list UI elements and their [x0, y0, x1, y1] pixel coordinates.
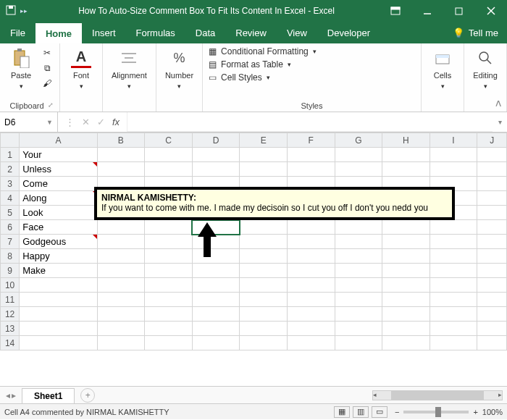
cell[interactable]: [430, 336, 477, 350]
cell[interactable]: [240, 249, 288, 264]
cell[interactable]: [477, 191, 507, 206]
editing-button[interactable]: Editing ▾: [470, 46, 500, 91]
expand-formula-icon[interactable]: ▾: [493, 112, 507, 132]
cell[interactable]: [335, 220, 382, 235]
cell[interactable]: [192, 322, 240, 336]
cell[interactable]: [382, 293, 430, 307]
select-all-corner[interactable]: [1, 133, 20, 148]
cell[interactable]: [287, 322, 335, 336]
cell[interactable]: [145, 264, 193, 278]
column-header[interactable]: D: [192, 133, 240, 148]
conditional-formatting-button[interactable]: ▦Conditional Formatting ▾: [209, 46, 317, 56]
cell[interactable]: [335, 336, 382, 350]
cell[interactable]: [20, 293, 97, 307]
cell[interactable]: [335, 322, 382, 336]
fx-icon[interactable]: fx: [112, 117, 120, 127]
cell[interactable]: [477, 235, 507, 249]
cell[interactable]: [287, 148, 335, 162]
cell[interactable]: [477, 162, 507, 177]
ribbon-display-icon[interactable]: [380, 0, 411, 22]
alignment-button[interactable]: Alignment ▾: [109, 46, 150, 91]
sheet-nav-next-icon[interactable]: ▸: [12, 390, 16, 400]
cell[interactable]: [97, 264, 145, 278]
cell[interactable]: [430, 278, 477, 293]
row-header[interactable]: 3: [1, 177, 20, 191]
cell[interactable]: [145, 336, 193, 350]
name-box[interactable]: D6 ▼: [0, 112, 58, 132]
tab-insert[interactable]: Insert: [82, 22, 126, 43]
cell-styles-button[interactable]: ▭Cell Styles ▾: [209, 72, 270, 83]
cancel-icon[interactable]: ✕: [82, 117, 90, 127]
column-header[interactable]: A: [20, 133, 97, 148]
cell[interactable]: [97, 307, 145, 322]
collapse-ribbon-icon[interactable]: ʌ: [495, 97, 501, 109]
column-header[interactable]: F: [287, 133, 335, 148]
cell[interactable]: [335, 162, 382, 177]
row-header[interactable]: 9: [1, 264, 20, 278]
cell[interactable]: Happy: [20, 249, 97, 264]
cell[interactable]: [335, 278, 382, 293]
cell[interactable]: [382, 162, 430, 177]
cell[interactable]: [97, 148, 145, 162]
cell[interactable]: [20, 336, 97, 350]
cell[interactable]: [240, 278, 288, 293]
row-header[interactable]: 4: [1, 191, 20, 206]
cell[interactable]: [382, 249, 430, 264]
cell[interactable]: [335, 293, 382, 307]
formula-input[interactable]: [127, 112, 493, 132]
cell[interactable]: [145, 220, 193, 235]
cell[interactable]: [382, 235, 430, 249]
cell[interactable]: [430, 264, 477, 278]
cell[interactable]: [287, 249, 335, 264]
row-header[interactable]: 7: [1, 235, 20, 249]
cell[interactable]: [335, 148, 382, 162]
cell[interactable]: [240, 293, 288, 307]
copy-icon[interactable]: ⧉: [41, 62, 54, 75]
dialog-launcher-icon[interactable]: ⤢: [48, 101, 54, 109]
cell[interactable]: [430, 322, 477, 336]
format-as-table-button[interactable]: ▤Format as Table ▾: [209, 59, 291, 70]
cell[interactable]: Look: [20, 206, 97, 220]
cell[interactable]: [477, 307, 507, 322]
cell[interactable]: [192, 336, 240, 350]
cell[interactable]: [477, 322, 507, 336]
enter-icon[interactable]: ✓: [97, 117, 105, 127]
cell[interactable]: [192, 148, 240, 162]
cell[interactable]: [430, 148, 477, 162]
worksheet-grid[interactable]: ABCDEFGHIJ1Your2Unless3Come4Along5Look6F…: [0, 133, 507, 386]
cell[interactable]: [287, 162, 335, 177]
cell[interactable]: [335, 307, 382, 322]
cell[interactable]: [192, 264, 240, 278]
cell[interactable]: [287, 293, 335, 307]
cell[interactable]: [335, 264, 382, 278]
minimize-button[interactable]: [411, 0, 443, 22]
zoom-in-button[interactable]: +: [473, 408, 477, 416]
cell[interactable]: [430, 162, 477, 177]
cell[interactable]: [477, 278, 507, 293]
cell[interactable]: [20, 307, 97, 322]
cell[interactable]: Godgeous: [20, 235, 97, 249]
cell[interactable]: [192, 278, 240, 293]
row-header[interactable]: 10: [1, 278, 20, 293]
cell[interactable]: [287, 278, 335, 293]
cell[interactable]: [430, 307, 477, 322]
cell[interactable]: [20, 322, 97, 336]
cell[interactable]: [430, 293, 477, 307]
cell[interactable]: [240, 235, 288, 249]
tab-review[interactable]: Review: [225, 22, 277, 43]
cell[interactable]: [240, 307, 288, 322]
cell[interactable]: [382, 278, 430, 293]
add-sheet-button[interactable]: +: [80, 388, 95, 403]
cell[interactable]: [382, 148, 430, 162]
page-break-icon[interactable]: ▭: [372, 406, 387, 418]
cell[interactable]: [97, 235, 145, 249]
cell[interactable]: [145, 293, 193, 307]
row-header[interactable]: 8: [1, 249, 20, 264]
tell-me[interactable]: 💡 Tell me: [444, 22, 507, 43]
row-header[interactable]: 1: [1, 148, 20, 162]
cell[interactable]: [240, 220, 288, 235]
cell[interactable]: [145, 249, 193, 264]
cell[interactable]: [97, 162, 145, 177]
tab-file[interactable]: File: [0, 22, 35, 43]
cell[interactable]: [240, 322, 288, 336]
